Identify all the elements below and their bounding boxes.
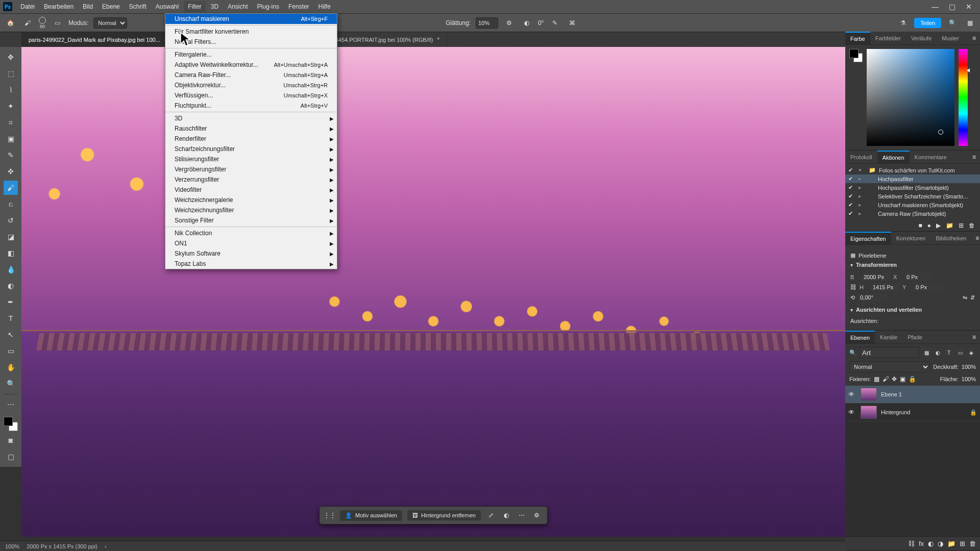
menu-fenster[interactable]: Fenster	[284, 1, 313, 12]
screenmode-icon[interactable]: ▢	[4, 449, 18, 464]
blur-tool-icon[interactable]: 💧	[4, 262, 18, 277]
lock-paint-icon[interactable]: 🖌	[883, 375, 889, 383]
menu-3d[interactable]: 3D	[207, 1, 223, 12]
panel-menu-icon[interactable]: ≡	[968, 35, 980, 42]
tab-verlaeufe[interactable]: Verläufe	[906, 32, 937, 44]
dropdown-item[interactable]: 3D▶	[165, 113, 337, 123]
menu-ansicht[interactable]: Ansicht	[224, 1, 252, 12]
lock-nest-icon[interactable]: ▣	[900, 375, 905, 383]
tab-farbfelder[interactable]: Farbfelder	[870, 32, 906, 44]
visibility-icon[interactable]: 👁	[848, 409, 856, 416]
chevron-right-icon[interactable]: ›	[105, 543, 107, 549]
mask-icon[interactable]: ◐	[928, 540, 934, 547]
x-input[interactable]	[904, 273, 933, 281]
dropdown-item[interactable]: Rauschfilter▶	[165, 123, 337, 134]
beaker-icon[interactable]: ⚗	[897, 17, 909, 29]
new-action-icon[interactable]: ⊞	[959, 222, 964, 229]
dropdown-item[interactable]: Neural Filters...	[165, 37, 337, 47]
window-maximize-icon[interactable]: ▢	[949, 3, 955, 11]
dropdown-item[interactable]: ON1▶	[165, 238, 337, 248]
fx-icon[interactable]: fx	[919, 540, 924, 547]
hue-slider[interactable]	[959, 49, 968, 146]
lasso-tool-icon[interactable]: ⌇	[4, 83, 18, 97]
dropdown-item[interactable]: Nik Collection▶	[165, 228, 337, 238]
dropdown-item[interactable]: Verflüssigen...Umschalt+Strg+X	[165, 90, 337, 101]
lock-pos-icon[interactable]: ✥	[892, 375, 897, 383]
filter-smart-icon[interactable]: ◈	[967, 348, 976, 357]
dropdown-item[interactable]: Skylum Software▶	[165, 248, 337, 259]
fgbg-mini-swatch[interactable]	[849, 49, 863, 62]
chevron-down-icon[interactable]: ▾	[850, 262, 853, 268]
menu-schrift[interactable]: Schrift	[125, 1, 151, 12]
dropdown-item[interactable]: Scharfzeichnungsfilter▶	[165, 144, 337, 154]
dropdown-item[interactable]: Unscharf maskierenAlt+Strg+F	[165, 14, 337, 24]
properties-icon[interactable]: ◐	[501, 510, 511, 520]
canvas[interactable]: ⋮⋮ 👤 Motiv auswählen 🖼 Hintergrund entfe…	[21, 47, 845, 537]
eyedropper-tool-icon[interactable]: ✎	[4, 148, 18, 162]
record-icon[interactable]: ●	[927, 222, 931, 229]
panel-menu-icon[interactable]: ≡	[971, 235, 980, 242]
play-icon[interactable]: ▶	[936, 222, 941, 229]
brush-tool-indicator-icon[interactable]: 🖌	[21, 17, 34, 29]
trash-icon[interactable]: 🗑	[969, 222, 975, 229]
hand-tool-icon[interactable]: ✋	[4, 360, 18, 374]
tab-pfade[interactable]: Pfade	[902, 331, 927, 343]
document-tab[interactable]: paris-2499022_David Mark auf Pixabay.jpg…	[21, 32, 176, 47]
dropdown-item[interactable]: Adaptive Weitwinkelkorrektur...Alt+Umsch…	[165, 60, 337, 70]
link-icon[interactable]: ⛓	[850, 284, 856, 291]
eraser-tool-icon[interactable]: ◪	[4, 230, 18, 244]
menu-hilfe[interactable]: Hilfe	[314, 1, 335, 12]
move-tool-icon[interactable]: ✥	[4, 50, 18, 64]
window-close-icon[interactable]: ✕	[966, 3, 972, 11]
chevron-down-icon[interactable]: ▾	[850, 307, 853, 313]
new-set-icon[interactable]: 📁	[946, 222, 953, 229]
width-input[interactable]	[862, 273, 890, 281]
layer-row[interactable]: 👁Ebene 1	[845, 386, 980, 404]
transform-icon[interactable]: ⤢	[486, 510, 496, 520]
fill-value[interactable]: 100%	[962, 376, 976, 382]
edit-toolbar-icon[interactable]: ⋯	[4, 397, 18, 412]
lock-all-icon[interactable]: 🔒	[909, 375, 916, 383]
flip-h-icon[interactable]: ⇋	[963, 294, 967, 301]
panel-menu-icon[interactable]: ≡	[968, 334, 980, 341]
marquee-tool-icon[interactable]: ⬚	[4, 66, 18, 81]
dropdown-item[interactable]: Für Smartfilter konvertieren	[165, 27, 337, 37]
dropdown-item[interactable]: Vergröberungsfilter▶	[165, 164, 337, 174]
dodge-tool-icon[interactable]: ◐	[4, 279, 18, 293]
history-brush-tool-icon[interactable]: ↺	[4, 213, 18, 228]
menu-ebene[interactable]: Ebene	[98, 1, 124, 12]
adjustments-icon[interactable]: ⚙	[532, 510, 542, 520]
workspace-icon[interactable]: ▦	[964, 17, 976, 29]
dropdown-item[interactable]: Camera Raw-Filter...Umschalt+Strg+A	[165, 70, 337, 80]
menu-bild[interactable]: Bild	[79, 1, 97, 12]
home-icon[interactable]: 🏠	[4, 17, 16, 29]
tab-eigenschaften[interactable]: Eigenschaften	[845, 232, 891, 244]
angle-icon[interactable]: ◐	[521, 17, 533, 29]
tab-bibliotheken[interactable]: Bibliotheken	[930, 232, 971, 244]
dropdown-item[interactable]: Videofilter▶	[165, 185, 337, 195]
menu-datei[interactable]: Datei	[16, 1, 39, 12]
gradient-tool-icon[interactable]: ◧	[4, 246, 18, 260]
menu-bearbeiten[interactable]: Bearbeiten	[40, 1, 78, 12]
butterfly-icon[interactable]: ⌘	[566, 17, 578, 29]
path-tool-icon[interactable]: ↖	[4, 328, 18, 342]
zoom-tool-icon[interactable]: 🔍	[4, 377, 18, 391]
visibility-icon[interactable]: 👁	[848, 391, 856, 398]
flip-v-icon[interactable]: ⇵	[970, 294, 975, 301]
tab-ebenen[interactable]: Ebenen	[845, 331, 875, 343]
brush-size-picker[interactable]: 50	[39, 17, 46, 29]
dropdown-item[interactable]: Fluchtpunkt...Alt+Strg+V	[165, 101, 337, 111]
remove-background-button[interactable]: 🖼 Hintergrund entfernen	[407, 510, 481, 520]
dropdown-item[interactable]: Weichzeichnungsfilter▶	[165, 205, 337, 215]
link-layers-icon[interactable]: ⛓	[908, 540, 915, 547]
brush-panel-icon[interactable]: ▭	[51, 17, 63, 29]
shape-tool-icon[interactable]: ▭	[4, 344, 18, 358]
menu-filter[interactable]: Filter	[184, 1, 206, 12]
tab-aktionen[interactable]: Aktionen	[877, 151, 910, 163]
dropdown-item[interactable]: Verzerrungsfilter▶	[165, 174, 337, 185]
pen-tool-icon[interactable]: ✒	[4, 295, 18, 309]
action-row[interactable]: ✔▸Unscharf maskieren (Smartobjekt)	[845, 201, 980, 209]
frame-tool-icon[interactable]: ▣	[4, 132, 18, 146]
action-row[interactable]: ✔▸Selektiver Scharfzeichner (Smarto...	[845, 192, 980, 201]
menu-auswahl[interactable]: Auswahl	[152, 1, 183, 12]
